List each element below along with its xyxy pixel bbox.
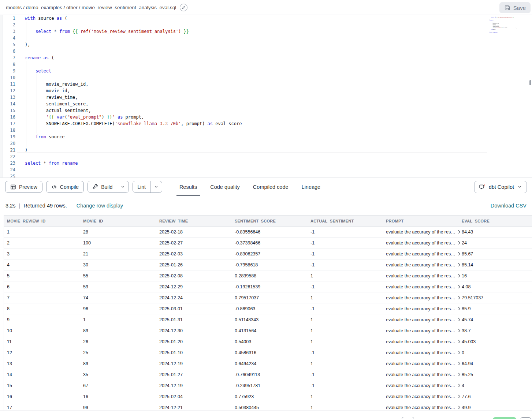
line-number: 9: [0, 68, 15, 74]
expand-prompt-chevron-icon[interactable]: [458, 318, 461, 322]
build-dropdown-button[interactable]: [117, 181, 129, 192]
cell-movie-id: 21: [83, 251, 159, 257]
bottom-partial-button[interactable]: [402, 417, 414, 419]
code-line[interactable]: 12 movie_id,: [0, 87, 532, 94]
bottom-partial-outline-button[interactable]: [520, 417, 531, 419]
code-line[interactable]: 23select * from rename: [0, 160, 532, 167]
code-line[interactable]: 14 sentiment_score,: [0, 101, 532, 107]
cell-sentiment-score: 0.51148343: [235, 317, 310, 322]
expand-prompt-chevron-icon[interactable]: [458, 340, 461, 344]
cell-movie-review-id: 15: [7, 383, 83, 388]
cell-sentiment-score: 0.775923: [235, 394, 310, 399]
cell-movie-id: 100: [83, 240, 159, 246]
expand-prompt-chevron-icon[interactable]: [458, 394, 461, 399]
code-line[interactable]: 2: [0, 22, 532, 28]
sql-editor[interactable]: 1with source as (23 select * from {{ ref…: [0, 15, 532, 178]
cell-sentiment-score: -0.83556646: [235, 229, 310, 235]
expand-prompt-chevron-icon[interactable]: [458, 384, 461, 388]
code-line[interactable]: 6: [0, 48, 532, 55]
cell-prompt: evaluate the accuracy of the res…: [386, 350, 462, 355]
lint-button[interactable]: Lint: [133, 181, 150, 192]
editor-scrollbar-thumb[interactable]: [529, 80, 531, 85]
cell-actual-sentiment: 1: [310, 339, 386, 344]
code-line[interactable]: 1with source as (: [0, 15, 532, 22]
code-line[interactable]: 19 from source: [0, 134, 532, 140]
code-line[interactable]: 16 '{{ var("eval_prompt") }}' as prompt,: [0, 114, 532, 120]
cell-eval-score: 85.67: [462, 251, 532, 257]
indent-guide: [26, 81, 26, 87]
cell-sentiment-score: 0.4131564: [235, 328, 310, 333]
code-line[interactable]: 9 select: [0, 68, 532, 74]
expand-prompt-chevron-icon[interactable]: [458, 296, 461, 300]
code-line[interactable]: 22: [0, 153, 532, 160]
compile-button[interactable]: Compile: [46, 181, 84, 193]
indent-guide: [37, 114, 37, 120]
line-number: 2: [0, 22, 15, 28]
code-line[interactable]: 5),: [0, 41, 532, 48]
code-line[interactable]: 10: [0, 74, 532, 81]
tab-code-quality[interactable]: Code quality: [209, 178, 241, 196]
cell-review-time: 2025-01-27: [159, 372, 235, 377]
code-line[interactable]: 17 SNOWFLAKE.CORTEX.COMPLETE('snowflake-…: [0, 120, 532, 127]
line-number: 8: [0, 61, 15, 68]
expand-prompt-chevron-icon[interactable]: [458, 351, 461, 355]
bottom-status-pill[interactable]: [492, 417, 517, 419]
code-line[interactable]: 24: [0, 167, 532, 173]
line-number: 14: [0, 101, 15, 107]
build-button[interactable]: Build: [88, 181, 117, 192]
table-row: 4302025-01-26-0.7958618-1evaluate the ac…: [4, 259, 532, 270]
code-line[interactable]: 3 select * from {{ ref('movie_review_sen…: [0, 28, 532, 35]
cell-movie-id: 16: [83, 394, 159, 399]
code-line[interactable]: 15 actual_sentiment,: [0, 107, 532, 114]
line-number: 11: [0, 81, 15, 87]
indent-guide: [26, 127, 26, 134]
tab-results[interactable]: Results: [179, 178, 198, 196]
code-lines: 1with source as (23 select * from {{ ref…: [490, 16, 495, 34]
expand-prompt-chevron-icon[interactable]: [458, 263, 461, 267]
expand-prompt-chevron-icon[interactable]: [458, 405, 461, 409]
indent-guide: [26, 107, 26, 114]
expand-prompt-chevron-icon[interactable]: [458, 252, 461, 256]
change-row-display-link[interactable]: Change row display: [77, 203, 123, 209]
code-line[interactable]: 20: [0, 140, 532, 147]
download-csv-link[interactable]: Download CSV: [491, 203, 527, 209]
edit-mode-icon[interactable]: [180, 4, 187, 11]
code-line[interactable]: 13 review_time,: [0, 94, 532, 101]
code-line[interactable]: 8: [0, 61, 532, 68]
code-line[interactable]: 7rename as (: [0, 55, 532, 61]
tab-compiled-code[interactable]: Compiled code: [252, 178, 289, 196]
expand-prompt-chevron-icon[interactable]: [458, 307, 461, 311]
save-button[interactable]: Save: [499, 2, 531, 13]
code-line[interactable]: 21): [0, 147, 532, 153]
wrench-icon: [92, 184, 98, 190]
expand-prompt-chevron-icon[interactable]: [458, 373, 461, 377]
dbt-copilot-button[interactable]: dbt Copilot: [474, 181, 527, 193]
dbt-ide-window: models / demo_examples / other / movie_r…: [0, 0, 532, 419]
cell-sentiment-score: -0.7958618: [235, 262, 310, 268]
prompt-preview-text: evaluate the accuracy of the res…: [386, 361, 455, 366]
cell-movie-id: 25: [83, 350, 159, 355]
expand-prompt-chevron-icon[interactable]: [458, 241, 461, 245]
cell-sentiment-score: -0.24951781: [235, 383, 310, 388]
line-number: 5: [0, 41, 15, 48]
expand-prompt-chevron-icon[interactable]: [458, 285, 461, 289]
lint-dropdown-button[interactable]: [150, 181, 162, 192]
cell-actual-sentiment: -1: [310, 229, 386, 235]
chat-sparkle-icon: [479, 184, 486, 190]
expand-prompt-chevron-icon[interactable]: [458, 274, 461, 278]
line-number: 20: [0, 140, 15, 147]
code-line[interactable]: 11 movie_review_id,: [0, 81, 532, 87]
code-line[interactable]: 4: [0, 35, 532, 41]
expand-prompt-chevron-icon[interactable]: [458, 329, 461, 333]
cell-eval-score: 85.9: [462, 306, 532, 311]
code-line[interactable]: 25: [0, 173, 532, 178]
preview-button[interactable]: Preview: [5, 181, 42, 193]
cell-review-time: 2025-01-26: [159, 262, 235, 268]
expand-prompt-chevron-icon[interactable]: [458, 362, 461, 366]
cell-movie-id: 89: [83, 361, 159, 366]
breadcrumb[interactable]: models / demo_examples / other / movie_r…: [6, 5, 176, 10]
tab-lineage[interactable]: Lineage: [301, 178, 321, 196]
expand-prompt-chevron-icon[interactable]: [458, 230, 461, 234]
code-line[interactable]: 18: [0, 127, 532, 134]
editor-minimap[interactable]: 1with source as (23 select * from {{ ref…: [490, 16, 523, 37]
